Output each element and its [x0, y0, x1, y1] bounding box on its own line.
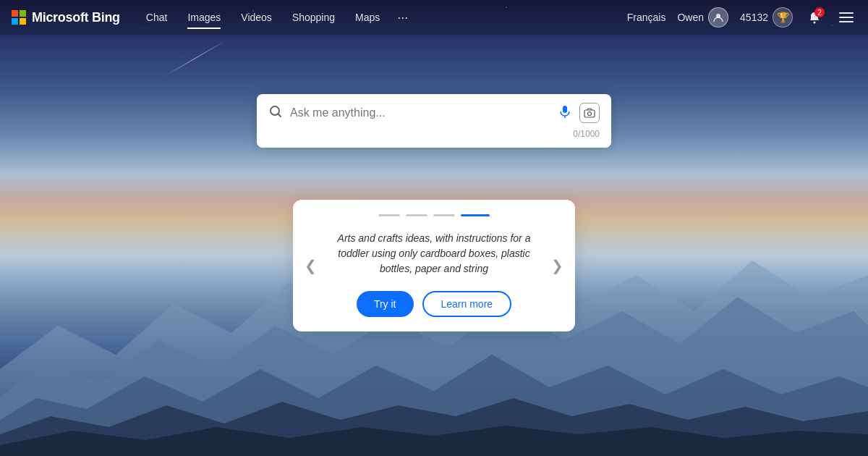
nav-item-videos[interactable]: Videos	[232, 7, 281, 28]
try-it-button[interactable]: Try it	[357, 291, 414, 317]
nav-item-maps[interactable]: Maps	[346, 7, 388, 28]
search-input-row	[268, 103, 600, 123]
ms-logo-red	[12, 10, 18, 17]
user-area[interactable]: Owen	[677, 7, 728, 28]
hamburger-line-1	[839, 12, 854, 14]
trophy-icon: 🏆	[773, 7, 793, 28]
navbar-right: Français Owen 45132 🏆 2	[627, 7, 856, 28]
nav-more-button[interactable]: ···	[391, 7, 414, 28]
nav-item-chat[interactable]: Chat	[137, 7, 176, 28]
suggestion-card: ❮ Arts and crafts ideas, with instructio…	[293, 200, 575, 332]
dot-4-active	[461, 214, 490, 216]
dot-3	[433, 214, 455, 216]
next-suggestion-button[interactable]: ❯	[545, 254, 569, 277]
language-button[interactable]: Français	[627, 12, 666, 23]
search-box: 0/1000	[257, 94, 611, 148]
hamburger-menu-button[interactable]	[836, 7, 856, 28]
svg-rect-8	[563, 106, 567, 113]
search-counter: 0/1000	[268, 129, 600, 139]
suggestion-text: Arts and crafts ideas, with instructions…	[322, 231, 546, 276]
dots-indicator	[322, 214, 546, 216]
prev-suggestion-button[interactable]: ❮	[299, 254, 323, 277]
svg-point-11	[588, 112, 592, 116]
search-container: 0/1000	[257, 94, 611, 148]
ms-logo-yellow	[20, 18, 26, 25]
camera-search-icon[interactable]	[579, 103, 600, 123]
svg-rect-10	[584, 110, 595, 117]
hamburger-line-2	[839, 17, 854, 18]
nav-item-shopping[interactable]: Shopping	[284, 7, 344, 28]
main-nav: Chat Images Videos Shopping Maps ···	[137, 7, 627, 28]
ms-logo-blue	[12, 18, 18, 25]
search-input[interactable]	[290, 106, 550, 119]
user-name: Owen	[677, 12, 704, 23]
microsoft-logo	[12, 10, 26, 25]
nav-item-images[interactable]: Images	[179, 7, 229, 28]
dot-1	[378, 214, 400, 216]
navbar: Microsoft Bing Chat Images Videos Shoppi…	[0, 0, 868, 35]
notification-button[interactable]: 2	[804, 7, 825, 28]
logo-area[interactable]: Microsoft Bing	[12, 10, 120, 25]
svg-point-6	[814, 22, 816, 24]
search-icon	[268, 104, 283, 122]
user-avatar	[708, 7, 728, 28]
notification-badge: 2	[814, 7, 825, 17]
suggestion-buttons: Try it Learn more	[322, 291, 546, 317]
ms-logo-green	[20, 10, 26, 17]
dot-2	[406, 214, 427, 216]
points-value: 45132	[740, 12, 768, 23]
points-area[interactable]: 45132 🏆	[740, 7, 793, 28]
learn-more-button[interactable]: Learn more	[422, 291, 512, 317]
microphone-icon[interactable]	[558, 104, 572, 122]
hamburger-line-3	[839, 21, 854, 22]
brand-name: Microsoft Bing	[32, 10, 120, 25]
